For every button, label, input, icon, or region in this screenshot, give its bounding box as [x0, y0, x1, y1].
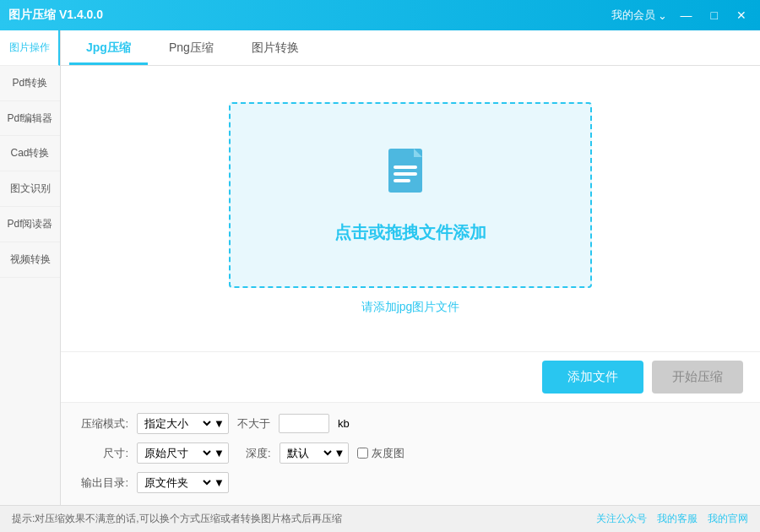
action-row: 添加文件 开始压缩 — [61, 351, 760, 402]
sidebar-item-pdf-convert[interactable]: Pdf转换 — [0, 66, 60, 101]
content-area: Jpg压缩 Png压缩 图片转换 点击或拖拽文件添加 — [61, 30, 760, 505]
svg-rect-3 — [394, 172, 417, 176]
title-bar: 图片压缩 V1.4.0.0 我的会员 ⌄ — □ ✕ — [0, 0, 760, 30]
kb-input[interactable] — [279, 414, 329, 433]
footer-link-website[interactable]: 我的官网 — [708, 512, 748, 526]
svg-rect-2 — [394, 166, 417, 169]
tab-jpg[interactable]: Jpg压缩 — [69, 34, 148, 65]
app-title: 图片压缩 V1.4.0.0 — [8, 8, 103, 23]
not-exceed-text: 不大于 — [237, 416, 270, 432]
document-icon — [385, 147, 436, 208]
start-compress-button[interactable]: 开始压缩 — [652, 361, 743, 394]
svg-rect-4 — [394, 179, 410, 182]
hint-text: 请添加jpg图片文件 — [361, 300, 460, 315]
kb-unit: kb — [338, 417, 350, 430]
sidebar-item-pdf-reader[interactable]: Pdf阅读器 — [0, 207, 60, 242]
compress-mode-row: 压缩模式: 指定大小 指定质量 最小化 ▼ 不大于 kb — [78, 413, 743, 434]
output-label: 输出目录: — [78, 475, 128, 491]
chevron-down-icon: ⌄ — [658, 9, 667, 22]
sidebar-item-cad-convert[interactable]: Cad转换 — [0, 136, 60, 171]
compress-mode-label: 压缩模式: — [78, 416, 128, 432]
footer-link-support[interactable]: 我的客服 — [657, 512, 698, 526]
sidebar-item-pdf-editor[interactable]: Pdf编辑器 — [0, 101, 60, 137]
footer: 提示:对压缩效果不满意的话,可以换个方式压缩或者转换图片格式后再压缩 关注公众号… — [0, 505, 760, 532]
add-file-button[interactable]: 添加文件 — [542, 361, 643, 394]
size-row: 尺寸: 原始尺寸 自定义 ▼ 深度: 默认 高 中 低 ▼ — [78, 442, 743, 464]
output-select[interactable]: 原文件夹 自定义 — [141, 475, 214, 490]
depth-select[interactable]: 默认 高 中 低 — [284, 446, 334, 460]
grayscale-label[interactable]: 灰度图 — [357, 446, 404, 461]
output-select-wrapper[interactable]: 原文件夹 自定义 ▼ — [137, 472, 229, 493]
sidebar-item-video-convert[interactable]: 视频转换 — [0, 242, 60, 278]
sidebar-item-ocr[interactable]: 图文识别 — [0, 171, 60, 207]
tab-png[interactable]: Png压缩 — [152, 34, 231, 65]
depth-chevron-icon: ▼ — [334, 447, 345, 459]
depth-select-wrapper[interactable]: 默认 高 中 低 ▼ — [280, 442, 350, 464]
footer-link-official-account[interactable]: 关注公众号 — [596, 512, 647, 526]
output-row: 输出目录: 原文件夹 自定义 ▼ — [78, 472, 743, 493]
drop-zone[interactable]: 点击或拖拽文件添加 — [229, 102, 592, 288]
title-controls: 我的会员 ⌄ — □ ✕ — [611, 7, 752, 24]
maximize-button[interactable]: □ — [706, 7, 723, 24]
output-chevron-icon: ▼ — [214, 476, 225, 489]
size-label: 尺寸: — [78, 446, 128, 461]
tab-bar: Jpg压缩 Png压缩 图片转换 — [61, 30, 760, 66]
minimize-button[interactable]: — — [676, 7, 698, 24]
size-select[interactable]: 原始尺寸 自定义 — [141, 446, 214, 460]
tab-convert[interactable]: 图片转换 — [235, 34, 316, 65]
settings-area: 压缩模式: 指定大小 指定质量 最小化 ▼ 不大于 kb 尺寸: — [61, 402, 760, 505]
size-select-wrapper[interactable]: 原始尺寸 自定义 ▼ — [137, 442, 229, 464]
footer-links: 关注公众号 我的客服 我的官网 — [596, 512, 748, 526]
member-button[interactable]: 我的会员 ⌄ — [611, 8, 667, 23]
main-container: 图片操作 Pdf转换 Pdf编辑器 Cad转换 图文识别 Pdf阅读器 视频转换… — [0, 30, 760, 505]
compress-mode-select[interactable]: 指定大小 指定质量 最小化 — [141, 416, 214, 431]
depth-label: 深度: — [246, 446, 271, 461]
close-button[interactable]: ✕ — [731, 7, 752, 24]
drop-zone-text: 点击或拖拽文件添加 — [334, 221, 486, 244]
sidebar-item-image-ops[interactable]: 图片操作 — [0, 30, 60, 66]
compress-mode-select-wrapper[interactable]: 指定大小 指定质量 最小化 ▼ — [137, 413, 229, 434]
drop-zone-container: 点击或拖拽文件添加 请添加jpg图片文件 — [61, 66, 760, 351]
grayscale-checkbox[interactable] — [357, 448, 368, 459]
compress-mode-chevron-icon: ▼ — [214, 417, 225, 430]
footer-hint: 提示:对压缩效果不满意的话,可以换个方式压缩或者转换图片格式后再压缩 — [12, 512, 342, 526]
size-chevron-icon: ▼ — [214, 447, 225, 459]
sidebar: 图片操作 Pdf转换 Pdf编辑器 Cad转换 图文识别 Pdf阅读器 视频转换 — [0, 30, 61, 505]
